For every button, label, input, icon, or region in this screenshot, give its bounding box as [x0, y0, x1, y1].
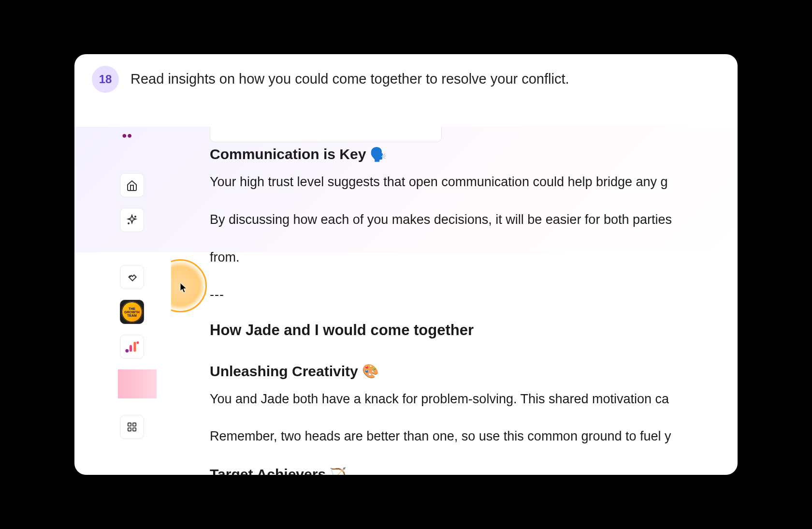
speaking-emoji-icon: 🗣️	[370, 147, 387, 162]
nav-growth-team[interactable]: THE GROWTH TEAM	[120, 300, 144, 324]
title-text: Unleashing Creativity	[210, 363, 358, 380]
nav-home[interactable]	[120, 173, 144, 197]
nav-apps[interactable]	[120, 415, 144, 439]
divider: ---	[210, 287, 738, 302]
grid-icon	[127, 422, 137, 432]
sidebar-nav: THE GROWTH TEAM	[74, 127, 171, 475]
nav-sparkle[interactable]	[120, 208, 144, 232]
svg-rect-8	[128, 428, 131, 431]
title-text: Communication is Key	[210, 146, 366, 162]
instruction-header: 18 Read insights on how you could come t…	[74, 54, 738, 108]
app-window: 18 Read insights on how you could come t…	[74, 54, 738, 475]
svg-rect-6	[128, 423, 131, 426]
instruction-text: Read insights on how you could come toge…	[130, 70, 569, 88]
svg-rect-4	[133, 342, 136, 352]
bow-emoji-icon: 🏹	[330, 467, 347, 475]
svg-point-1	[128, 223, 129, 224]
section-title-targets: Target Achievers 🏹	[210, 466, 738, 475]
growth-team-badge-icon: THE GROWTH TEAM	[121, 301, 143, 323]
section-targets: Target Achievers 🏹 Your mutual love of s…	[210, 466, 738, 475]
nav-handshake[interactable]	[120, 265, 144, 289]
svg-rect-9	[133, 428, 136, 431]
main-content: Communication is Key 🗣️ Your high trust …	[171, 127, 738, 475]
section-body-line: You and Jade both have a knack for probl…	[210, 389, 738, 410]
highlight-indicator-icon	[171, 259, 207, 312]
svg-point-0	[135, 216, 136, 217]
section-title-communication: Communication is Key 🗣️	[210, 146, 738, 162]
sparkle-icon	[126, 214, 138, 226]
svg-rect-3	[130, 345, 132, 352]
home-icon	[126, 179, 138, 191]
title-text: Target Achievers	[210, 466, 326, 475]
cursor-icon	[180, 282, 188, 294]
palette-emoji-icon: 🎨	[362, 363, 379, 379]
section-body-line: Your high trust level suggests that open…	[210, 172, 738, 192]
secondary-heading: How Jade and I would come together	[210, 322, 738, 339]
section-communication: Communication is Key 🗣️ Your high trust …	[210, 146, 738, 268]
section-body-line: By discussing how each of you makes deci…	[210, 210, 738, 230]
app-body: ●● THE GROWTH TEAM	[74, 127, 738, 475]
step-number-badge: 18	[92, 66, 119, 93]
handshake-icon	[126, 271, 138, 283]
section-body-line: Remember, two heads are better than one,…	[210, 426, 738, 447]
nav-brand[interactable]	[120, 335, 144, 359]
section-body-line: from.	[210, 248, 738, 268]
nav-active-item[interactable]	[118, 369, 157, 398]
svg-point-2	[125, 349, 129, 353]
svg-point-5	[136, 341, 139, 344]
svg-rect-7	[133, 423, 136, 426]
section-title-creativity: Unleashing Creativity 🎨	[210, 363, 738, 380]
brand-logo-icon	[124, 338, 140, 355]
section-creativity: Unleashing Creativity 🎨 You and Jade bot…	[210, 363, 738, 447]
